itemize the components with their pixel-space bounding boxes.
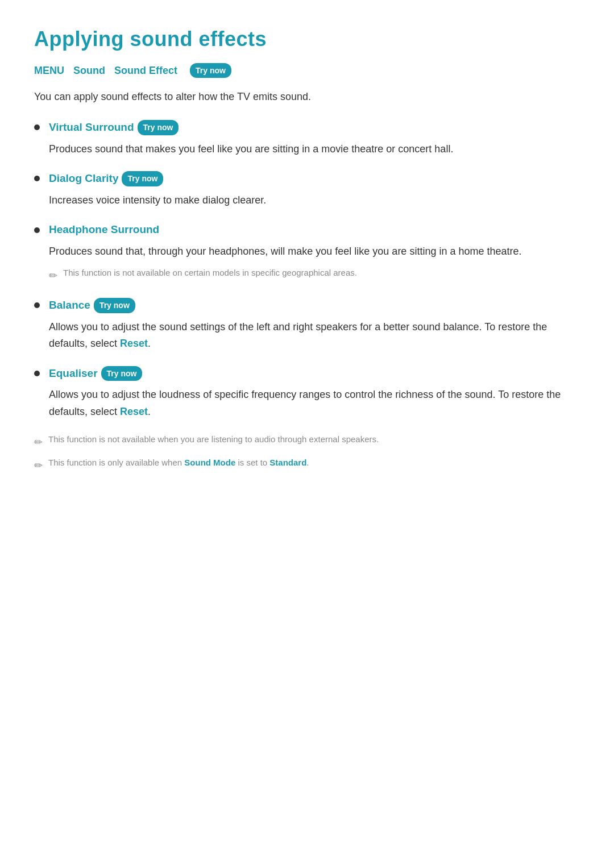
breadcrumb-menu: MENU bbox=[34, 63, 64, 79]
bullet-icon bbox=[34, 176, 40, 181]
footer-note-2-part2: is set to bbox=[235, 458, 269, 467]
equaliser-reset-link[interactable]: Reset bbox=[120, 406, 148, 417]
footer-note-2-text: This function is only available when Sou… bbox=[48, 456, 309, 470]
feature-desc-equaliser: Allows you to adjust the loudness of spe… bbox=[49, 387, 580, 420]
feature-item-balance: Balance Try now Allows you to adjust the… bbox=[34, 297, 580, 352]
breadcrumb: MENU Sound Sound Effect Try now bbox=[34, 63, 580, 79]
intro-text: You can apply sound effects to alter how… bbox=[34, 89, 580, 105]
bullet-icon bbox=[34, 227, 40, 233]
balance-desc-text-2: . bbox=[148, 338, 151, 349]
footer-note-2-part3: . bbox=[306, 458, 309, 467]
breadcrumb-try-now-badge[interactable]: Try now bbox=[190, 63, 231, 78]
bullet-icon bbox=[34, 302, 40, 308]
feature-item-headphone-surround: Headphone Surround Produces sound that, … bbox=[34, 221, 580, 284]
headphone-surround-note-text: This function is not available on certai… bbox=[63, 267, 357, 280]
footer-note-2: ✏ This function is only available when S… bbox=[34, 456, 580, 474]
feature-name-headphone-surround: Headphone Surround bbox=[49, 221, 159, 238]
feature-item-dialog-clarity: Dialog Clarity Try now Increases voice i… bbox=[34, 170, 580, 209]
footer-note-1: ✏ This function is not available when yo… bbox=[34, 433, 580, 451]
feature-item-virtual-surround: Virtual Surround Try now Produces sound … bbox=[34, 119, 580, 157]
try-now-badge-virtual-surround[interactable]: Try now bbox=[138, 120, 179, 135]
feature-name-dialog-clarity: Dialog Clarity bbox=[49, 170, 118, 187]
footer-note-2-part1: This function is only available when bbox=[48, 458, 184, 467]
feature-list: Virtual Surround Try now Produces sound … bbox=[34, 119, 580, 421]
feature-item-equaliser: Equaliser Try now Allows you to adjust t… bbox=[34, 365, 580, 421]
feature-desc-virtual-surround: Produces sound that makes you feel like … bbox=[49, 141, 580, 158]
bullet-icon bbox=[34, 124, 40, 130]
footer-note-1-text: This function is not available when you … bbox=[48, 433, 379, 446]
pencil-icon: ✏ bbox=[49, 268, 57, 284]
try-now-badge-balance[interactable]: Try now bbox=[94, 298, 135, 313]
sound-mode-label: Sound Mode bbox=[184, 458, 235, 467]
pencil-icon: ✏ bbox=[34, 434, 43, 451]
equaliser-desc-text-2: . bbox=[148, 406, 151, 417]
feature-desc-dialog-clarity: Increases voice intensity to make dialog… bbox=[49, 192, 580, 209]
feature-desc-balance: Allows you to adjust the sound settings … bbox=[49, 319, 580, 352]
breadcrumb-sound-effect: Sound Effect bbox=[114, 63, 177, 79]
try-now-badge-equaliser[interactable]: Try now bbox=[101, 366, 143, 381]
breadcrumb-sound: Sound bbox=[73, 63, 105, 79]
feature-name-equaliser: Equaliser bbox=[49, 365, 98, 382]
pencil-icon: ✏ bbox=[34, 458, 43, 474]
bullet-icon bbox=[34, 371, 40, 376]
page-title: Applying sound effects bbox=[34, 23, 580, 56]
headphone-surround-note: ✏ This function is not available on cert… bbox=[49, 267, 580, 284]
feature-name-balance: Balance bbox=[49, 297, 90, 314]
feature-name-virtual-surround: Virtual Surround bbox=[49, 119, 134, 136]
feature-desc-headphone-surround: Produces sound that, through your headph… bbox=[49, 243, 580, 260]
standard-label: Standard bbox=[269, 458, 306, 467]
balance-reset-link[interactable]: Reset bbox=[120, 338, 148, 349]
try-now-badge-dialog-clarity[interactable]: Try now bbox=[122, 171, 163, 186]
